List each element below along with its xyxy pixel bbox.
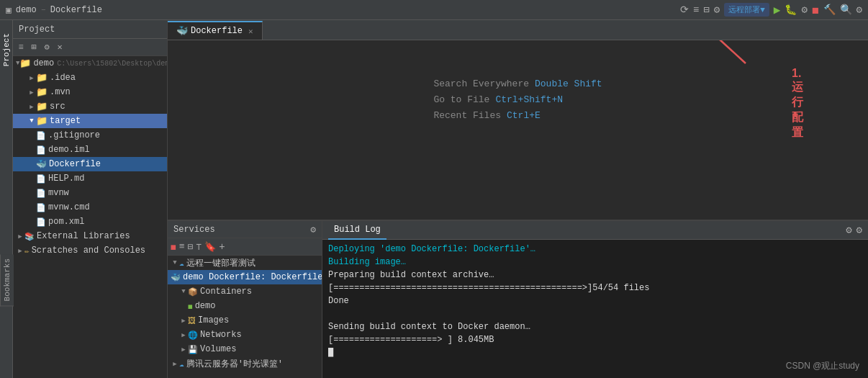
tree-item-idea[interactable]: ▶ 📁 .idea: [13, 71, 167, 85]
log-line-2: Building image…: [328, 256, 862, 269]
debug-icon[interactable]: 🐛: [785, 4, 797, 16]
bookmarks-tab[interactable]: Bookmarks: [0, 254, 14, 306]
services-container: Services ⚙ ◼ ≡ ⊟ ⊤ 🔖 + ▼ ☁: [168, 221, 868, 378]
project-tab[interactable]: Project: [1, 27, 12, 72]
menu-icon[interactable]: ≡: [693, 4, 699, 16]
hint-row-search: Search Everywhere Double Shift: [433, 76, 602, 92]
svc-networks[interactable]: ▶ 🌐 Networks: [168, 328, 322, 342]
dockerfile-icon: 🐳: [36, 159, 47, 170]
tree-item-gitignore[interactable]: 📄 .gitignore: [13, 128, 167, 143]
containers-icon: 📦: [188, 287, 198, 297]
log-line-3: Preparing build context archive…: [328, 269, 862, 282]
header-toolbar: ⟳ ≡ ⊟ ⚙ 远程部署▼ ▶ 🐛 ⚙ ◼ 🔨 🔍 ⚙: [680, 3, 862, 17]
collapse-all-icon[interactable]: ≡: [16, 42, 26, 53]
tree-item-mvn[interactable]: ▶ 📁 .mvn: [13, 85, 167, 99]
split-icon[interactable]: ⊟: [703, 4, 709, 16]
demo-container-icon: ◼: [188, 302, 193, 311]
run-config-icon[interactable]: ⚙: [801, 4, 807, 16]
scratches-icon: ✏️: [24, 246, 30, 256]
bookmark-svc-icon[interactable]: 🔖: [204, 241, 216, 253]
sync-icon[interactable]: ⟳: [680, 4, 689, 16]
root-path: C:\Users\15802\Desktop\demo: [57, 60, 167, 68]
help-icon: 📄: [36, 174, 46, 184]
close-tab-icon[interactable]: ✕: [248, 27, 253, 36]
editor-and-bottom: Search Everywhere Double Shift Go to Fil…: [168, 20, 868, 378]
tree-item-ext-libs[interactable]: ▶ 📚 External Libraries: [13, 229, 167, 243]
project-panel-header: Project: [13, 20, 167, 39]
settings-tree-icon[interactable]: ⚙: [42, 42, 52, 53]
log-cursor-line: █: [328, 346, 862, 359]
filter-log-icon[interactable]: ⚙: [856, 224, 862, 236]
pomxml-icon: 📄: [36, 217, 46, 227]
services-tree: ▼ ☁ 远程一键部署测试 🐳 demo Dockerfile: Dockerfi…: [168, 256, 322, 378]
close-panel-icon[interactable]: ✕: [55, 42, 65, 53]
hint-row-file: Go to File Ctrl+Shift+N: [433, 92, 602, 108]
stop-svc-icon[interactable]: ◼: [171, 241, 176, 253]
settings-log-icon[interactable]: ⚙: [846, 224, 851, 236]
tree-item-dockerfile[interactable]: 🐳 Dockerfile: [13, 157, 167, 171]
svc-volumes[interactable]: ▶ 💾 Volumes: [168, 342, 322, 356]
iml-icon: 📄: [36, 145, 46, 155]
build-log-tab-label: Build Log: [334, 225, 381, 235]
filter-svc-icon[interactable]: ⊤: [196, 241, 202, 253]
mvnwcmd-icon: 📄: [36, 203, 46, 212]
gitignore-icon: 📄: [36, 131, 46, 140]
dockerfile-tab[interactable]: 🐳 Dockerfile ✕: [168, 21, 263, 40]
collapse-svc-icon[interactable]: ⊟: [188, 241, 194, 253]
remote-deploy-button[interactable]: 远程部署▼: [724, 3, 769, 17]
log-line-7: Sending build context to Docker daemon…: [328, 320, 862, 333]
app-name: demo: [16, 5, 37, 15]
settings2-icon[interactable]: ⚙: [856, 4, 862, 16]
search-hints-overlay: Search Everywhere Double Shift Go to Fil…: [433, 76, 602, 124]
svc-remote-group[interactable]: ▼ ☁ 远程一键部署测试: [168, 256, 322, 270]
settings-icon[interactable]: ⚙: [714, 4, 720, 16]
networks-icon: 🌐: [188, 330, 198, 340]
tree-item-pomxml[interactable]: 📄 pom.xml: [13, 215, 167, 229]
tree-item-mvnwcmd[interactable]: 📄 mvnw.cmd: [13, 200, 167, 215]
tencent-server-icon: ☁: [179, 359, 184, 369]
log-line-5: Done: [328, 294, 862, 307]
services-left-panel: Services ⚙ ◼ ≡ ⊟ ⊤ 🔖 + ▼ ☁: [168, 221, 322, 378]
extlib-icon: 📚: [24, 232, 35, 241]
services-settings-icon[interactable]: ⚙: [310, 224, 316, 235]
tree-item-src[interactable]: ▶ 📁 src: [13, 99, 167, 114]
tree-item-target[interactable]: ▼ 📁 target: [13, 114, 167, 128]
run-icon[interactable]: ▶: [774, 3, 781, 17]
svc-images[interactable]: ▶ 🖼 Images: [168, 313, 322, 328]
tree-root-demo[interactable]: ▼ 📁 demo C:\Users\15802\Desktop\demo: [13, 56, 167, 71]
build-icon[interactable]: 🔨: [823, 4, 836, 16]
project-panel-toolbar: ≡ ⊞ ⚙ ✕: [13, 39, 167, 56]
tree-item-scratches[interactable]: ▶ ✏️ Scratches and Consoles: [13, 243, 167, 258]
build-log-tab[interactable]: Build Log: [328, 221, 386, 240]
project-panel: Project ≡ ⊞ ⚙ ✕ ▼ 📁 demo C:\Users\15802\…: [13, 20, 168, 378]
hint-row-recent: Recent Files Ctrl+E: [433, 108, 602, 124]
csdn-watermark: CSDN @观止study: [786, 360, 859, 372]
title-separator: –: [41, 5, 46, 15]
target-folder-icon: 📁: [36, 115, 48, 127]
services-toolbar: ◼ ≡ ⊟ ⊤ 🔖 +: [168, 238, 322, 256]
expand-svc-icon[interactable]: ≡: [179, 241, 185, 252]
project-header-label: Project: [19, 24, 55, 35]
search-everywhere-icon[interactable]: 🔍: [840, 4, 852, 16]
add-svc-icon[interactable]: +: [219, 241, 225, 253]
svc-tencent-server[interactable]: ▶ ☁ 腾讯云服务器'时光课篮': [168, 356, 322, 371]
file-name: Dockerfile: [50, 5, 102, 15]
build-log-content: Deploying 'demo Dockerfile: Dockerfile'……: [322, 240, 868, 378]
stop-icon[interactable]: ◼: [812, 3, 819, 17]
build-log-toolbar: ⚙ ⚙: [846, 224, 862, 236]
svc-demo-dockerfile[interactable]: 🐳 demo Dockerfile: Dockerfile: [168, 270, 322, 284]
expand-icon[interactable]: ⊞: [29, 42, 39, 53]
tree-item-mvnw[interactable]: 📄 mvnw: [13, 186, 167, 200]
tree-item-helpmd[interactable]: 📄 HELP.md: [13, 171, 167, 186]
idea-folder-icon: 📁: [36, 72, 48, 84]
tree-item-demoitml[interactable]: 📄 demo.iml: [13, 143, 167, 157]
svc-demo-container[interactable]: ◼ demo: [168, 299, 322, 313]
bookmarks-label: Bookmarks: [3, 258, 12, 301]
remote-group-icon: ☁: [179, 258, 184, 268]
log-line-1: Deploying 'demo Dockerfile: Dockerfile'…: [328, 243, 862, 256]
mvn-folder-icon: 📁: [36, 86, 48, 98]
svc-containers[interactable]: ▼ 📦 Containers: [168, 284, 322, 299]
images-icon: 🖼: [188, 316, 196, 325]
src-folder-icon: 📁: [36, 101, 48, 112]
title-bar-left: ▣ demo – Dockerfile: [6, 4, 102, 16]
